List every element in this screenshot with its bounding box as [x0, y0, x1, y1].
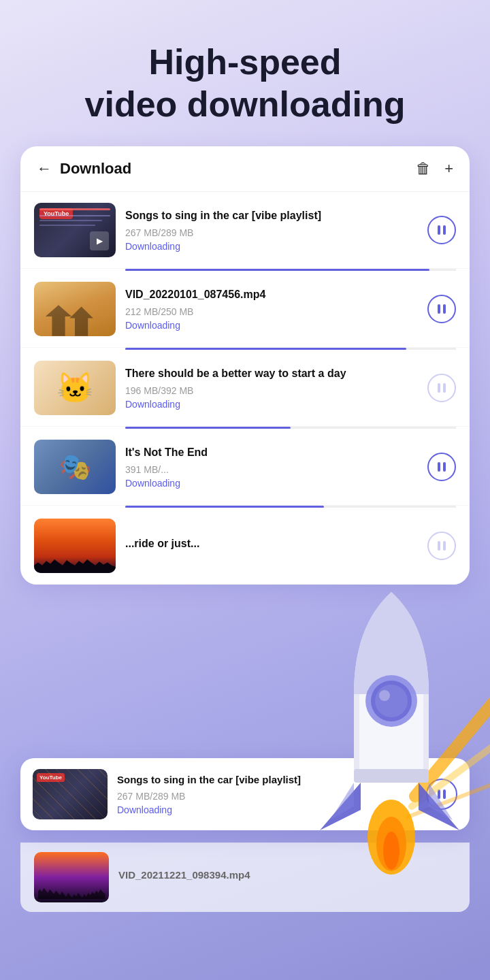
svg-point-8 — [375, 685, 408, 717]
popup-size: 267 MB/289 MB — [117, 791, 416, 802]
pause-button[interactable] — [427, 532, 456, 560]
item-status: Downloading — [125, 478, 418, 489]
download-item: YouTube ▶ Songs to sing in the car [vibe… — [20, 192, 470, 269]
back-button[interactable]: ← — [37, 160, 52, 178]
popup-card: YouTube Songs to sing in the car [vibe p… — [20, 758, 470, 830]
pause-button[interactable] — [427, 216, 456, 244]
pause-icon — [438, 789, 446, 799]
item-thumbnail: 🐱 — [34, 361, 116, 415]
svg-point-6 — [365, 675, 417, 727]
item-title: It's Not The End — [125, 445, 418, 460]
popup-info: Songs to sing in the car [vibe playlist]… — [108, 773, 426, 815]
add-icon[interactable]: + — [444, 160, 453, 178]
pause-icon — [438, 304, 446, 314]
item-size: 196 MB/392 MB — [125, 385, 418, 396]
pause-bar-right — [443, 541, 446, 551]
pause-icon — [438, 462, 446, 472]
download-item: ...ride or just... — [20, 508, 470, 585]
hero-section: High-speed video downloading — [0, 0, 490, 146]
item-info: VID_20220101_087456.mp4 212 MB/250 MB Do… — [116, 287, 427, 331]
pause-bar-right — [443, 225, 446, 235]
pause-bar-right — [443, 462, 446, 472]
download-item: VID_20220101_087456.mp4 212 MB/250 MB Do… — [20, 271, 470, 348]
item-size: 391 MB/... — [125, 464, 418, 475]
download-item: 🐱 There should be a better way to start … — [20, 350, 470, 427]
download-list: YouTube ▶ Songs to sing in the car [vibe… — [20, 192, 470, 585]
item-title: ...ride or just... — [125, 536, 418, 551]
card-title: Download — [60, 160, 416, 178]
pause-bar-right — [443, 383, 446, 393]
item-size: 267 MB/289 MB — [125, 227, 418, 238]
hero-title: High-speed video downloading — [41, 41, 449, 126]
bottom-item-info: VID_20211221_098394.mp4 — [109, 868, 456, 886]
pause-button[interactable] — [427, 295, 456, 323]
pause-bar-left — [438, 304, 440, 314]
item-thumbnail — [34, 282, 116, 336]
item-status: Downloading — [125, 320, 418, 331]
svg-point-9 — [379, 690, 390, 701]
card-header: ← Download 🗑 + — [20, 146, 470, 192]
popup-pause-button[interactable] — [426, 779, 457, 810]
item-thumbnail: YouTube ▶ — [34, 203, 116, 257]
item-status: Downloading — [125, 399, 418, 410]
pause-icon — [438, 541, 446, 551]
item-size: 212 MB/250 MB — [125, 306, 418, 317]
item-thumbnail — [34, 519, 116, 573]
item-info: It's Not The End 391 MB/... Downloading — [116, 445, 427, 489]
bottom-thumbnail — [34, 852, 109, 902]
delete-icon[interactable]: 🗑 — [416, 160, 431, 178]
pause-icon — [438, 383, 446, 393]
bottom-item-title: VID_20211221_098394.mp4 — [118, 868, 446, 882]
item-title: VID_20220101_087456.mp4 — [125, 287, 418, 302]
pause-icon — [438, 225, 446, 235]
item-info: Songs to sing in the car [vibe playlist]… — [116, 208, 427, 252]
pause-bar-left — [438, 541, 440, 551]
pause-bar-left — [438, 462, 440, 472]
popup-status: Downloading — [117, 804, 416, 815]
item-status: Downloading — [125, 241, 418, 252]
download-item: 🎭 It's Not The End 391 MB/... Downloadin… — [20, 429, 470, 506]
pause-bar-left — [438, 225, 440, 235]
pause-bar-left — [438, 789, 440, 799]
bottom-item: VID_20211221_098394.mp4 — [20, 843, 470, 912]
item-info: ...ride or just... — [116, 536, 427, 555]
item-title: Songs to sing in the car [vibe playlist] — [125, 208, 418, 223]
download-card: ← Download 🗑 + YouTube ▶ Songs to sing i… — [20, 146, 470, 585]
pause-button[interactable] — [427, 453, 456, 481]
pause-bar-left — [438, 383, 440, 393]
pause-bar-right — [443, 304, 446, 314]
header-icons: 🗑 + — [416, 160, 453, 178]
svg-point-7 — [371, 681, 412, 721]
item-thumbnail: 🎭 — [34, 440, 116, 494]
item-info: There should be a better way to start a … — [116, 366, 427, 410]
pause-bar-right — [443, 789, 446, 799]
popup-thumbnail: YouTube — [33, 769, 108, 819]
item-title: There should be a better way to start a … — [125, 366, 418, 381]
pause-button[interactable] — [427, 374, 456, 402]
popup-title: Songs to sing in the car [vibe playlist] — [117, 773, 416, 787]
